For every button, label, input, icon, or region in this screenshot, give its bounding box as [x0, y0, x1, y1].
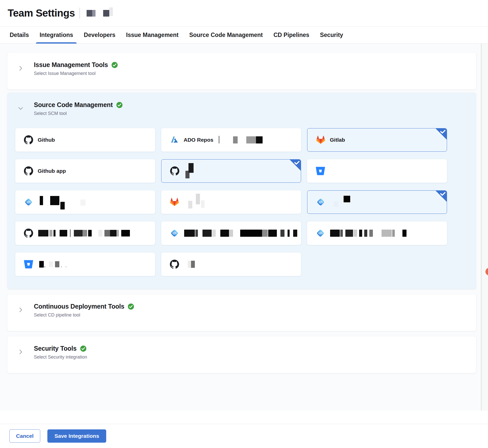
redacted-block: [109, 7, 113, 16]
scm-card-gitlab[interactable]: [161, 190, 301, 214]
redacted-text: [38, 229, 130, 237]
redacted-block: [61, 266, 62, 267]
code-diamond-icon: [24, 197, 33, 207]
section-subtitle: Select SCM tool: [34, 111, 123, 116]
scm-card-code-diamond[interactable]: [161, 221, 301, 245]
redacted-block: [369, 230, 373, 237]
redacted-text: [218, 136, 263, 144]
redacted-block: [233, 136, 238, 143]
expand-security-tools-button[interactable]: [7, 345, 34, 360]
redacted-block: [359, 230, 362, 237]
section-source-code-management: Source Code Management Select SCM tool G…: [7, 93, 476, 289]
scm-card-gitlab[interactable]: Gitlab: [307, 128, 447, 152]
card-label: ADO Repos: [184, 137, 213, 143]
scm-card-bitbucket[interactable]: [15, 253, 155, 276]
chevron-right-icon: [17, 349, 24, 355]
tab-bar: DetailsIntegrationsDevelopersIssue Manag…: [0, 27, 488, 44]
section-subtitle: Select CD pipeline tool: [34, 312, 134, 318]
expand-issue-management-button[interactable]: [7, 61, 34, 76]
section-text: Issue Management Tools Select Issue Mana…: [34, 61, 118, 76]
section-header: Issue Management Tools Select Issue Mana…: [7, 53, 476, 76]
github-icon: [24, 166, 33, 176]
redacted-block: [49, 261, 53, 267]
azure-devops-icon: [170, 135, 179, 144]
section-issue-management-tools: Issue Management Tools Select Issue Mana…: [7, 53, 476, 89]
redacted-block: [246, 136, 256, 143]
check-circle-icon: [128, 303, 134, 310]
page-header: Team Settings: [0, 0, 488, 27]
redacted-text: [184, 166, 194, 176]
redacted-text: [184, 261, 195, 268]
scm-card-code-diamond[interactable]: [15, 190, 155, 214]
scm-card-github[interactable]: [161, 159, 301, 183]
redacted-block: [392, 230, 395, 237]
redacted-block: [70, 229, 71, 237]
redacted-block: [240, 230, 262, 237]
tab-developers[interactable]: Developers: [83, 27, 116, 43]
redacted-block: [92, 10, 96, 17]
redacted-block: [229, 230, 233, 237]
section-header: Security Tools Select Security integrati…: [7, 336, 476, 360]
section-subtitle: Select Issue Management tool: [34, 71, 118, 76]
github-icon: [170, 260, 179, 269]
tab-source-code-management[interactable]: Source Code Management: [189, 27, 263, 43]
redacted-block: [293, 230, 297, 237]
tab-details[interactable]: Details: [9, 27, 29, 43]
redacted-block: [50, 196, 59, 205]
tab-integrations[interactable]: Integrations: [39, 27, 74, 43]
scm-card-github[interactable]: Github: [15, 128, 155, 152]
redacted-block: [88, 230, 92, 236]
bitbucket-icon: [316, 166, 325, 176]
redacted-block: [44, 266, 45, 267]
redacted-block: [288, 230, 290, 237]
chevron-right-icon: [17, 65, 24, 72]
cancel-button[interactable]: Cancel: [9, 429, 40, 443]
code-diamond-icon: [316, 197, 325, 207]
redacted-block: [49, 230, 52, 236]
redacted-block: [256, 136, 263, 143]
chevron-right-icon: [17, 307, 24, 313]
section-text: Continuous Deployment Tools Select CD pi…: [34, 303, 134, 318]
scm-card-github[interactable]: [15, 221, 155, 245]
section-security-tools: Security Tools Select Security integrati…: [7, 336, 476, 373]
check-circle-icon: [80, 345, 87, 352]
scm-card-code-diamond[interactable]: [307, 221, 447, 245]
collapse-scm-button[interactable]: [7, 101, 34, 116]
save-integrations-button[interactable]: Save Integrations: [47, 429, 106, 443]
section-header: Source Code Management Select SCM tool: [7, 93, 476, 116]
redacted-block: [184, 230, 195, 237]
check-circle-icon: [116, 102, 123, 108]
redacted-block: [38, 230, 48, 236]
redacted-block: [103, 10, 109, 17]
redacted-block: [74, 230, 83, 236]
section-title: Issue Management Tools: [34, 61, 108, 69]
footer-bar: Cancel Save Integrations: [0, 424, 488, 448]
github-icon: [24, 229, 33, 238]
tab-security[interactable]: Security: [319, 27, 344, 43]
redacted-block: [188, 261, 191, 268]
redacted-block: [268, 230, 277, 237]
tab-issue-management[interactable]: Issue Management: [126, 27, 179, 43]
redacted-block: [117, 230, 119, 236]
expand-cd-tools-button[interactable]: [7, 303, 34, 318]
redacted-block: [55, 261, 59, 267]
redacted-block: [87, 10, 92, 17]
redacted-block: [53, 230, 56, 236]
scm-card-github-app[interactable]: Github app: [15, 159, 155, 183]
tab-cd-pipelines[interactable]: CD Pipelines: [273, 27, 310, 43]
section-text: Security Tools Select Security integrati…: [34, 345, 87, 360]
redacted-block: [188, 163, 194, 173]
redacted-block: [354, 230, 357, 237]
redacted-block: [80, 200, 86, 206]
scm-card-code-diamond[interactable]: [307, 190, 447, 214]
redacted-block: [402, 230, 406, 237]
scm-card-bitbucket[interactable]: [307, 159, 447, 183]
redacted-block: [188, 201, 192, 208]
redacted-text: [330, 199, 350, 205]
check-circle-icon: [111, 62, 118, 68]
redacted-block: [60, 202, 65, 209]
redacted-block: [334, 201, 338, 207]
redacted-block: [83, 230, 87, 236]
scm-card-ado-repos[interactable]: ADO Repos: [161, 128, 301, 152]
scm-card-github[interactable]: [161, 253, 301, 276]
